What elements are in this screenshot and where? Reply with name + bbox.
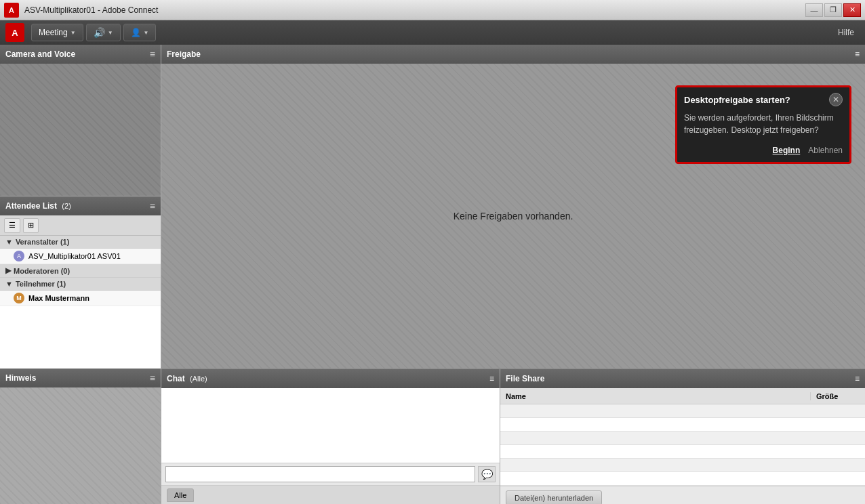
veranstalter-group: ▼ Veranstalter (1) <box>0 236 161 249</box>
chat-send-button[interactable]: 💬 <box>478 466 496 482</box>
camera-button[interactable]: 👤 ▼ <box>123 24 157 41</box>
chat-input-area: 💬 <box>161 463 500 485</box>
hinweis-menu-icon[interactable]: ≡ <box>150 373 155 383</box>
avatar-max: M <box>14 293 24 303</box>
hinweis-title: Hinweis <box>5 373 36 383</box>
camera-voice-panel: Camera and Voice ≡ <box>0 45 161 196</box>
chat-menu-icon[interactable]: ≡ <box>489 374 494 383</box>
file-row <box>500 404 865 418</box>
file-share-panel: File Share ≡ Name Größe <box>500 369 865 504</box>
file-share-title: File Share <box>506 374 544 383</box>
dialog-title-bar: Desktopfreigabe starten? ✕ <box>677 87 849 109</box>
dialog-ablehnen-button[interactable]: Ablehnen <box>808 146 843 155</box>
menu-bar: A Meeting ▼ 🔊 ▼ 👤 ▼ Hilfe <box>0 20 865 45</box>
file-col-name: Name <box>500 392 811 400</box>
attendee-title: Attendee List (2) <box>5 201 71 211</box>
attendee-menu-icon[interactable]: ≡ <box>150 201 155 211</box>
attendee-panel: Attendee List (2) ≡ ☰ ⊞ ▼ Veranstalter (… <box>0 196 161 369</box>
freigabe-menu-icon[interactable]: ≡ <box>855 49 860 59</box>
hinweis-panel: Hinweis ≡ <box>0 369 161 504</box>
audio-button[interactable]: 🔊 ▼ <box>86 24 121 41</box>
meeting-label: Meeting <box>39 28 68 37</box>
file-row <box>500 445 865 459</box>
camera-voice-content <box>0 64 161 196</box>
window-title: ASV-Multiplikator01 - Adobe Connect <box>24 5 805 15</box>
chat-content <box>161 388 500 463</box>
desktop-sharing-dialog: Desktopfreigabe starten? ✕ Sie werden au… <box>675 85 851 164</box>
speaker-icon: 🔊 <box>94 27 105 38</box>
moderatoren-arrow: ▶ <box>5 266 11 275</box>
chat-footer: Alle <box>161 485 500 504</box>
file-row <box>500 418 865 432</box>
freigabe-panel: Freigabe ≡ Keine Freigaben vorhanden. De… <box>161 45 865 369</box>
attendee-name-asv: ASV_Multiplikator01 ASV01 <box>28 252 121 260</box>
freigabe-empty-text: Keine Freigaben vorhanden. <box>454 211 574 222</box>
file-row <box>500 432 865 445</box>
chat-tab-alle[interactable]: Alle <box>167 488 194 502</box>
camera-voice-title: Camera and Voice <box>5 49 75 59</box>
attendee-item-asv: A ASV_Multiplikator01 ASV01 <box>0 249 161 264</box>
chat-header: Chat (Alle) ≡ <box>161 369 500 388</box>
camera-icon: 👤 <box>131 28 141 37</box>
file-share-table: Name Größe <box>500 388 865 486</box>
avatar-asv: A <box>14 251 24 261</box>
attendee-grid-view-button[interactable]: ⊞ <box>23 218 39 233</box>
chat-panel: Chat (Alle) ≡ 💬 Alle <box>161 369 500 504</box>
left-sidebar: Camera and Voice ≡ Attendee List (2) ≡ ☰… <box>0 45 161 504</box>
hinweis-header: Hinweis ≡ <box>0 369 161 387</box>
file-share-footer: Datei(en) herunterladen <box>500 486 865 504</box>
camera-dropdown-arrow: ▼ <box>144 30 149 36</box>
attendee-list-view-button[interactable]: ☰ <box>4 218 20 233</box>
file-row <box>500 459 865 472</box>
teilnehmer-arrow: ▼ <box>5 280 13 288</box>
teilnehmer-group: ▼ Teilnehmer (1) <box>0 278 161 291</box>
dialog-actions: Beginn Ablehnen <box>677 143 849 162</box>
bottom-row: Chat (Alle) ≡ 💬 Alle File Share <box>161 369 865 504</box>
dialog-title: Desktopfreigabe starten? <box>684 95 790 105</box>
attendee-name-max: Max Mustermann <box>28 294 89 302</box>
attendee-toolbar: ☰ ⊞ <box>0 215 161 236</box>
title-bar: A ASV-Multiplikator01 - Adobe Connect — … <box>0 0 865 20</box>
moderatoren-group: ▶ Moderatoren (0) <box>0 264 161 278</box>
dialog-close-button[interactable]: ✕ <box>829 93 843 106</box>
minimize-button[interactable]: — <box>805 3 823 17</box>
file-row <box>500 472 865 486</box>
file-share-menu-icon[interactable]: ≡ <box>855 374 860 383</box>
camera-voice-menu-icon[interactable]: ≡ <box>150 49 155 60</box>
file-table-header: Name Größe <box>500 388 865 404</box>
audio-dropdown-arrow: ▼ <box>108 30 113 36</box>
window-controls: — ❐ ✕ <box>805 3 861 17</box>
adobe-logo: A <box>4 3 19 18</box>
download-button[interactable]: Datei(en) herunterladen <box>506 490 602 504</box>
dialog-begin-button[interactable]: Beginn <box>773 146 801 155</box>
hilfe-menu[interactable]: Hilfe <box>832 25 860 40</box>
restore-button[interactable]: ❐ <box>824 3 842 17</box>
file-table-rows <box>500 404 865 486</box>
meeting-dropdown-arrow: ▼ <box>71 30 76 36</box>
close-button[interactable]: ✕ <box>843 3 861 17</box>
main-layout: Camera and Voice ≡ Attendee List (2) ≡ ☰… <box>0 45 865 504</box>
file-col-size: Größe <box>811 392 865 400</box>
attendee-item-max: M Max Mustermann <box>0 291 161 306</box>
dialog-body: Sie werden aufgefordert, Ihren Bildschir… <box>677 109 849 143</box>
chat-input[interactable] <box>165 466 475 482</box>
adobe-logo-menu: A <box>5 23 24 42</box>
camera-voice-header: Camera and Voice ≡ <box>0 45 161 64</box>
attendee-header: Attendee List (2) ≡ <box>0 196 161 215</box>
right-area: Freigabe ≡ Keine Freigaben vorhanden. De… <box>161 45 865 504</box>
chat-title: Chat (Alle) <box>167 374 207 383</box>
file-share-header: File Share ≡ <box>500 369 865 388</box>
veranstalter-arrow: ▼ <box>5 238 13 246</box>
attendee-list-content: ▼ Veranstalter (1) A ASV_Multiplikator01… <box>0 236 161 369</box>
hinweis-content <box>0 387 161 504</box>
freigabe-header: Freigabe ≡ <box>161 45 865 64</box>
meeting-menu-button[interactable]: Meeting ▼ <box>31 24 83 41</box>
freigabe-title: Freigabe <box>167 49 201 59</box>
